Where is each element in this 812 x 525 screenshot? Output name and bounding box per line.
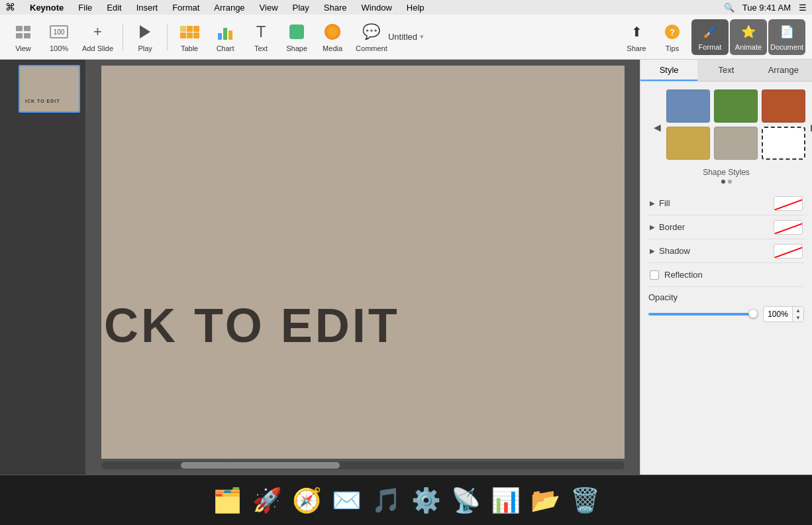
dot-2: [728, 180, 732, 184]
border-label: Border: [659, 222, 774, 232]
menu-view[interactable]: View: [257, 3, 281, 13]
share-button[interactable]: ⬆ Share: [620, 19, 653, 55]
menu-edit[interactable]: Edit: [104, 3, 124, 13]
tab-text[interactable]: Text: [697, 60, 754, 81]
shape-button[interactable]: Shape: [280, 19, 313, 55]
text-button[interactable]: T Text: [244, 19, 278, 55]
zoom-button[interactable]: 100 100%: [42, 19, 76, 55]
dock-music[interactable]: 🎵: [368, 482, 405, 519]
apple-menu[interactable]: ⌘: [5, 1, 15, 13]
opacity-slider[interactable]: [648, 313, 758, 316]
style-swatch-blue[interactable]: [666, 89, 710, 123]
border-swatch[interactable]: [774, 220, 803, 235]
slide-canvas[interactable]: ICK TO EDIT: [101, 66, 625, 459]
horizontal-scrollbar[interactable]: [101, 461, 625, 469]
shape-styles-label: Shape Styles: [648, 168, 804, 177]
next-style-arrow[interactable]: ▶: [805, 119, 812, 135]
menu-window[interactable]: Window: [359, 3, 395, 13]
shadow-arrow: ▶: [650, 247, 655, 255]
animate-panel-icon: ⭐: [739, 23, 758, 41]
opacity-stepper: ▲ ▼: [793, 307, 803, 321]
fill-label: Fill: [659, 198, 774, 208]
animate-label: Animate: [735, 43, 762, 51]
style-dots: [648, 180, 804, 184]
slide-thumbnail[interactable]: ICK TO EDIT: [19, 65, 80, 113]
menu-share[interactable]: Share: [321, 3, 350, 13]
slide-background: [101, 66, 625, 459]
separator-1: [123, 24, 123, 50]
opacity-section: Opacity 100% ▲ ▼: [648, 287, 804, 327]
document-panel-button[interactable]: 📄 Document: [768, 19, 805, 55]
border-arrow: ▶: [650, 223, 655, 231]
search-icon[interactable]: 🔍: [724, 3, 735, 13]
style-swatch-red[interactable]: [762, 89, 805, 123]
view-label: View: [15, 44, 31, 52]
shadow-row[interactable]: ▶ Shadow: [648, 239, 804, 263]
animate-panel-button[interactable]: ⭐ Animate: [730, 19, 767, 55]
prev-style-arrow[interactable]: ◀: [648, 119, 666, 135]
canvas-area[interactable]: ICK TO EDIT: [86, 60, 640, 475]
border-row[interactable]: ▶ Border: [648, 215, 804, 239]
opacity-row: 100% ▲ ▼: [648, 306, 804, 322]
tips-label: Tips: [666, 44, 679, 52]
slide-thumb-bg: ICK TO EDIT: [20, 66, 79, 111]
toolbar: View 100 100% + Add Slide Play: [0, 15, 812, 60]
dock-mail[interactable]: ✉️: [328, 482, 365, 519]
opacity-decrement[interactable]: ▼: [793, 314, 803, 321]
play-button[interactable]: Play: [128, 19, 162, 55]
comment-button[interactable]: 💬 Comment: [352, 19, 391, 55]
app-name[interactable]: Keynote: [27, 3, 66, 13]
document-title[interactable]: Untitled ▾: [388, 32, 424, 42]
view-button[interactable]: View: [7, 19, 40, 55]
opacity-value[interactable]: 100%: [764, 307, 793, 321]
tips-button[interactable]: ? Tips: [656, 19, 689, 55]
fill-row[interactable]: ▶ Fill: [648, 192, 804, 215]
add-slide-icon: +: [87, 22, 109, 42]
shadow-swatch[interactable]: [774, 244, 803, 259]
table-button[interactable]: Table: [173, 19, 206, 55]
separator-2: [167, 24, 168, 50]
play-label: Play: [138, 44, 152, 52]
menu-format[interactable]: Format: [170, 3, 202, 13]
text-icon: T: [250, 22, 272, 42]
dock-system-prefs[interactable]: ⚙️: [407, 482, 444, 519]
style-swatch-green[interactable]: [714, 89, 758, 123]
menu-help[interactable]: Help: [404, 3, 427, 13]
reflection-label: Reflection: [664, 270, 803, 280]
media-icon: [322, 22, 343, 42]
dock-trash[interactable]: 🗑️: [566, 482, 603, 519]
tab-arrange[interactable]: Arrange: [755, 60, 812, 81]
share-label: Share: [627, 44, 646, 52]
opacity-slider-thumb[interactable]: [748, 309, 758, 318]
reflection-checkbox[interactable]: [650, 270, 659, 280]
style-swatch-gray[interactable]: [714, 127, 758, 160]
chart-button[interactable]: Chart: [209, 19, 242, 55]
dock-finder[interactable]: 🗂️: [209, 482, 246, 519]
media-label: Media: [323, 44, 342, 52]
dock-safari[interactable]: 🧭: [288, 482, 325, 519]
dot-1: [721, 180, 725, 184]
tab-style[interactable]: Style: [640, 60, 697, 81]
panel-content: ◀ ▶ Shape Styles ▶: [640, 82, 812, 475]
scrollbar-thumb[interactable]: [181, 462, 340, 469]
opacity-increment[interactable]: ▲: [793, 307, 803, 314]
dock-downloads[interactable]: 📂: [527, 482, 564, 519]
add-slide-button[interactable]: + Add Slide: [78, 19, 117, 55]
fill-arrow: ▶: [650, 200, 655, 207]
format-panel-button[interactable]: 🖌️ Format: [691, 19, 729, 55]
dock-keynote[interactable]: 📊: [487, 482, 524, 519]
menu-arrange[interactable]: Arrange: [211, 3, 247, 13]
dock-launchpad[interactable]: 🚀: [248, 482, 285, 519]
opacity-value-box: 100% ▲ ▼: [763, 306, 804, 322]
style-swatch-outlined[interactable]: [762, 127, 805, 160]
menu-file[interactable]: File: [76, 3, 95, 13]
style-swatch-yellow[interactable]: [666, 127, 710, 160]
main-area: 1 ICK TO EDIT ICK TO EDIT Style Text: [0, 60, 812, 475]
media-button[interactable]: Media: [316, 19, 349, 55]
notification-icon[interactable]: ☰: [799, 3, 807, 13]
dock-wireless-diag[interactable]: 📡: [447, 482, 484, 519]
fill-swatch[interactable]: [774, 196, 803, 211]
slide-placeholder-text[interactable]: ICK TO EDIT: [101, 298, 400, 353]
menu-play[interactable]: Play: [290, 3, 312, 13]
menu-insert[interactable]: Insert: [134, 3, 161, 13]
